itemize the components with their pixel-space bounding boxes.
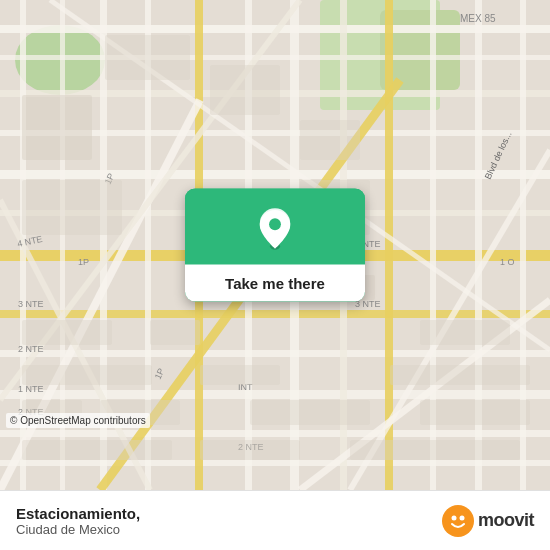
svg-text:1 NTE: 1 NTE — [18, 384, 44, 394]
svg-rect-5 — [0, 55, 550, 60]
svg-text:1P: 1P — [78, 257, 89, 267]
svg-rect-15 — [0, 460, 550, 466]
svg-rect-13 — [0, 390, 550, 399]
svg-rect-51 — [105, 35, 190, 80]
svg-rect-59 — [150, 320, 200, 345]
svg-rect-14 — [0, 430, 550, 437]
moovit-logo: moovit — [442, 505, 534, 537]
svg-rect-63 — [390, 365, 530, 385]
bottom-bar: Estacionamiento, Ciudad de Mexico moovit — [0, 490, 550, 550]
svg-point-75 — [451, 515, 456, 520]
svg-rect-50 — [22, 95, 92, 160]
svg-point-76 — [459, 515, 464, 520]
svg-text:2 NTE: 2 NTE — [18, 344, 44, 354]
svg-text:MEX 85: MEX 85 — [460, 13, 496, 24]
location-info: Estacionamiento, Ciudad de Mexico — [16, 505, 140, 537]
svg-point-74 — [445, 508, 471, 534]
take-me-there-button[interactable]: Take me there — [185, 189, 365, 302]
svg-point-73 — [269, 218, 281, 230]
svg-rect-54 — [22, 180, 122, 235]
svg-rect-53 — [300, 120, 360, 160]
svg-rect-68 — [22, 440, 172, 460]
svg-rect-62 — [200, 365, 280, 385]
svg-rect-52 — [210, 65, 280, 115]
svg-rect-69 — [200, 440, 300, 460]
svg-rect-66 — [250, 400, 370, 425]
moovit-text: moovit — [478, 510, 534, 531]
take-me-there-label: Take me there — [185, 265, 365, 302]
map-container: 4 NTE 4 NTE 3 NTE 3 NTE 2 NTE 2 NTE 1 NT… — [0, 0, 550, 490]
svg-rect-58 — [22, 320, 112, 345]
svg-rect-8 — [0, 170, 550, 179]
location-name: Estacionamiento, — [16, 505, 140, 522]
svg-text:1 O: 1 O — [500, 257, 515, 267]
svg-text:3 NTE: 3 NTE — [18, 299, 44, 309]
svg-rect-70 — [350, 440, 520, 460]
location-city: Ciudad de Mexico — [16, 522, 140, 537]
moovit-icon — [442, 505, 474, 537]
svg-rect-11 — [0, 310, 550, 318]
svg-rect-67 — [420, 400, 530, 425]
svg-rect-61 — [22, 365, 152, 385]
svg-rect-60 — [420, 320, 510, 345]
osm-attribution: © OpenStreetMap contributors — [6, 413, 150, 428]
